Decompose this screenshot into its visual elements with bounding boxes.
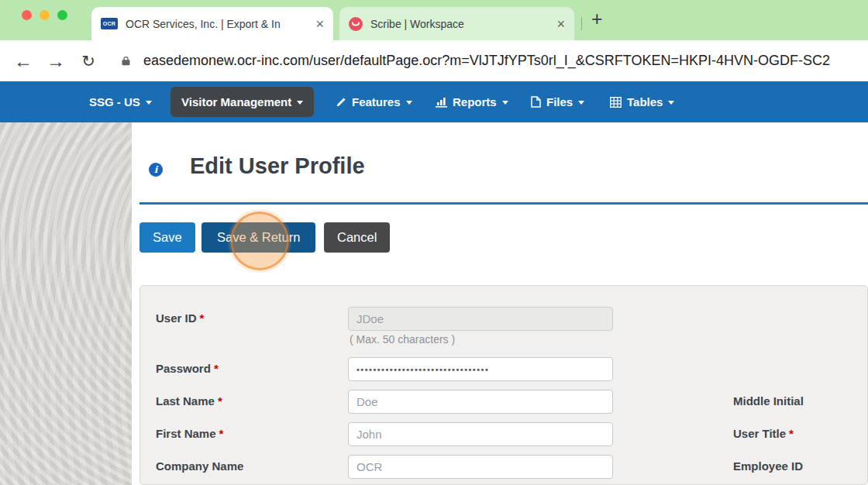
close-tab-icon[interactable]: ×	[315, 17, 324, 31]
reload-icon[interactable]: ↻	[74, 40, 102, 81]
nav-label: Files	[546, 95, 573, 108]
tab-title: Scribe | Workspace	[370, 18, 550, 30]
chevron-down-icon	[668, 101, 674, 105]
site-navigation: SSG - US Visitor Management Features Rep…	[0, 81, 868, 122]
nav-label: Tables	[627, 95, 663, 108]
file-icon	[531, 96, 541, 108]
nav-label: SSG - US	[89, 95, 140, 108]
ocr-favicon: OCR	[101, 18, 118, 29]
window-controls	[22, 10, 67, 20]
desktop-background: i Edit User Profile Save Save & Return C…	[0, 122, 868, 485]
middle-initial-label: Middle Initial	[733, 394, 804, 408]
chevron-down-icon	[297, 101, 303, 105]
page-title: Edit User Profile	[190, 153, 365, 179]
chevron-down-icon	[406, 101, 412, 105]
minimize-window-button[interactable]	[40, 10, 50, 20]
user-id-input	[348, 307, 613, 331]
user-profile-form: User ID* ( Max. 50 characters ) Password…	[140, 285, 868, 485]
user-title-label: User Title*	[733, 427, 794, 440]
user-id-hint: ( Max. 50 characters )	[350, 333, 455, 346]
new-tab-button[interactable]: +	[591, 8, 603, 30]
back-icon[interactable]: ←	[9, 40, 37, 81]
user-id-label: User ID*	[156, 311, 204, 325]
nav-label: Features	[352, 95, 401, 108]
cancel-button[interactable]: Cancel	[324, 222, 390, 253]
page-content: i Edit User Profile Save Save & Return C…	[132, 122, 868, 485]
nav-reports[interactable]: Reports	[436, 81, 508, 122]
address-bar: ← → ↻ easedemonew.ocr-inc.com/user/defau…	[0, 40, 868, 81]
password-label: Password*	[156, 362, 219, 375]
close-window-button[interactable]	[22, 10, 32, 20]
password-input[interactable]	[348, 357, 613, 381]
required-asterisk: *	[218, 394, 222, 408]
info-icon: i	[149, 163, 163, 177]
bar-chart-icon	[436, 97, 447, 108]
section-divider	[140, 202, 868, 205]
scribe-icon	[349, 17, 363, 31]
tab-title: OCR Services, Inc. | Export & In	[126, 18, 309, 30]
save-button[interactable]: Save	[140, 222, 195, 253]
forward-icon[interactable]: →	[42, 40, 70, 81]
employee-id-label: Employee ID	[733, 459, 803, 473]
tab-separator	[581, 17, 582, 30]
last-name-input[interactable]	[348, 390, 613, 414]
chevron-down-icon	[578, 101, 584, 105]
required-asterisk: *	[219, 427, 224, 440]
pencil-icon	[336, 97, 346, 108]
required-asterisk: *	[214, 362, 219, 375]
close-tab-icon[interactable]: ×	[556, 17, 565, 31]
first-name-input[interactable]	[348, 422, 613, 446]
nav-ssg-us[interactable]: SSG - US	[89, 81, 152, 122]
table-grid-icon	[610, 97, 622, 108]
chevron-down-icon	[146, 101, 152, 105]
nav-label: Reports	[453, 95, 497, 108]
nav-files[interactable]: Files	[531, 81, 584, 122]
company-name-input[interactable]	[348, 455, 613, 479]
last-name-label: Last Name*	[156, 394, 222, 408]
zoom-window-button[interactable]	[57, 10, 67, 20]
required-asterisk: *	[200, 311, 205, 325]
nav-features[interactable]: Features	[336, 81, 412, 122]
save-and-return-button[interactable]: Save & Return	[202, 222, 315, 253]
browser-tab-strip: OCR OCR Services, Inc. | Export & In × S…	[0, 0, 868, 40]
nav-label: Visitor Management	[181, 95, 291, 108]
first-name-label: First Name*	[156, 427, 223, 440]
url-text[interactable]: easedemonew.ocr-inc.com/user/defaultPage…	[143, 40, 830, 81]
browser-tab-ocr[interactable]: OCR OCR Services, Inc. | Export & In ×	[91, 7, 333, 40]
required-asterisk: *	[789, 427, 794, 440]
nav-tables[interactable]: Tables	[610, 81, 674, 122]
lock-icon	[120, 55, 132, 70]
chevron-down-icon	[502, 101, 508, 105]
company-name-label: Company Name	[156, 459, 243, 473]
screen: OCR OCR Services, Inc. | Export & In × S…	[0, 0, 868, 485]
browser-tab-scribe[interactable]: Scribe | Workspace ×	[339, 7, 574, 40]
nav-visitor-management[interactable]: Visitor Management	[170, 87, 314, 117]
